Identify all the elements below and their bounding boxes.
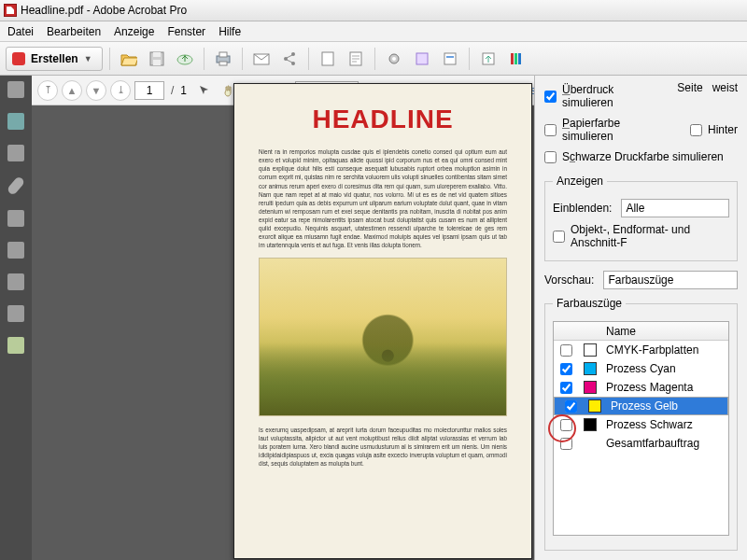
cloud-button[interactable] bbox=[173, 47, 197, 71]
separation-row[interactable]: Prozess Magenta bbox=[554, 378, 728, 397]
object-boxes-checkbox[interactable]: Objekt-, Endformat- und Anschnitt-F bbox=[553, 223, 729, 249]
share-button[interactable] bbox=[277, 47, 302, 71]
page-icon[interactable] bbox=[7, 273, 24, 290]
pdf-page: HEADLINE Nient ra in remporios molupta c… bbox=[233, 83, 532, 559]
thumbnails-icon[interactable] bbox=[7, 81, 24, 98]
forms-button[interactable] bbox=[438, 47, 462, 71]
bookmarks-icon[interactable] bbox=[7, 113, 24, 130]
separation-label: CMYK-Farbplatten bbox=[602, 343, 728, 357]
order-icon[interactable] bbox=[7, 305, 24, 322]
mail-button[interactable] bbox=[249, 47, 274, 71]
svg-rect-17 bbox=[446, 56, 454, 58]
separation-checkbox[interactable] bbox=[560, 382, 572, 394]
next-page-button[interactable]: ▼ bbox=[86, 80, 106, 101]
open-button[interactable] bbox=[117, 47, 141, 71]
separation-row[interactable]: Prozess Schwarz bbox=[554, 415, 728, 434]
color-bars-button[interactable] bbox=[504, 47, 529, 71]
svg-rect-15 bbox=[416, 53, 428, 64]
svg-rect-20 bbox=[514, 53, 517, 64]
save-button[interactable] bbox=[145, 47, 169, 71]
output-preview-panel: ÜÜberdruck simulierenberdruck simulieren… bbox=[534, 76, 747, 560]
document-area[interactable]: ⤒ ▲ ▼ ⤓ / 1 － ＋ 36,9% ▾ vollständ HEADLI… bbox=[32, 76, 534, 560]
left-rail bbox=[0, 76, 32, 560]
tool-button[interactable] bbox=[410, 47, 434, 71]
main-toolbar: Erstellen ▼ bbox=[0, 42, 747, 76]
color-swatch bbox=[588, 399, 601, 413]
svg-rect-11 bbox=[322, 52, 333, 65]
separation-row[interactable]: Prozess Gelb bbox=[554, 397, 728, 415]
menu-bar: Datei Bearbeiten Anzeige Fenster Hilfe bbox=[0, 21, 747, 42]
layers-icon[interactable] bbox=[7, 210, 24, 227]
separation-label: Gesamtfarbauftrag bbox=[602, 437, 728, 450]
separation-label: Prozess Schwarz bbox=[602, 418, 728, 431]
svg-rect-19 bbox=[511, 53, 514, 64]
separation-row[interactable]: CMYK-Farbplatten bbox=[554, 341, 728, 359]
paper-sim-checkbox[interactable]: Papierfarbe simulieren bbox=[544, 117, 671, 143]
select-tool[interactable] bbox=[194, 80, 215, 101]
page-number-input[interactable] bbox=[134, 81, 164, 100]
black-ink-sim-checkbox[interactable]: Schwarze Druckfarbe simulieren bbox=[544, 150, 738, 163]
menu-help[interactable]: Hilfe bbox=[218, 25, 241, 38]
signatures-icon[interactable] bbox=[7, 242, 24, 259]
gear-button[interactable] bbox=[382, 47, 406, 71]
svg-rect-2 bbox=[153, 60, 161, 65]
chevron-down-icon: ▼ bbox=[84, 54, 92, 63]
create-icon bbox=[12, 52, 25, 65]
page-info-label: Seite weist bbox=[677, 81, 738, 111]
page-icon-2[interactable] bbox=[344, 47, 368, 71]
vorschau-select[interactable]: Farbauszüge bbox=[603, 271, 738, 289]
color-swatch bbox=[584, 343, 597, 357]
svg-rect-6 bbox=[219, 62, 227, 65]
vorschau-label: Vorschau: bbox=[544, 273, 594, 287]
last-page-button[interactable]: ⤓ bbox=[110, 80, 131, 101]
einblenden-label: Einblenden: bbox=[553, 202, 612, 215]
create-button[interactable]: Erstellen ▼ bbox=[6, 47, 103, 71]
doc-para-2: Is exerumq uaspedipsam, at areprit iurta… bbox=[259, 426, 507, 469]
doc-image bbox=[259, 258, 507, 416]
prev-page-button[interactable]: ▲ bbox=[62, 80, 82, 101]
separations-list: Name CMYK-FarbplattenProzess CyanProzess… bbox=[553, 321, 729, 536]
separation-row[interactable]: Prozess Cyan bbox=[554, 359, 728, 378]
print-button[interactable] bbox=[211, 47, 235, 71]
separation-label: Prozess Gelb bbox=[607, 399, 724, 413]
separation-label: Prozess Magenta bbox=[602, 381, 728, 394]
export-button[interactable] bbox=[476, 47, 500, 71]
menu-edit[interactable]: Bearbeiten bbox=[47, 25, 101, 38]
main-area: ⤒ ▲ ▼ ⤓ / 1 － ＋ 36,9% ▾ vollständ HEADLI… bbox=[0, 76, 747, 560]
title-bar: Headline.pdf - Adobe Acrobat Pro bbox=[0, 0, 747, 21]
background-checkbox[interactable]: Hinter bbox=[690, 117, 738, 143]
color-swatch bbox=[584, 381, 597, 394]
overprint-sim-checkbox[interactable]: ÜÜberdruck simulierenberdruck simulieren bbox=[544, 83, 658, 109]
svg-rect-21 bbox=[518, 53, 521, 64]
doc-para-1: Nient ra in remporios molupta cusdae qui… bbox=[259, 147, 507, 250]
einblenden-select[interactable]: Alle bbox=[621, 199, 729, 217]
app-icon bbox=[4, 4, 17, 17]
anzeigen-group: Anzeigen Einblenden: Alle Objekt-, Endfo… bbox=[544, 175, 738, 261]
separation-checkbox[interactable] bbox=[565, 400, 577, 413]
menu-view[interactable]: Anzeige bbox=[114, 25, 154, 38]
tags-icon[interactable] bbox=[7, 337, 24, 354]
col-name: Name bbox=[602, 325, 728, 338]
svg-rect-1 bbox=[153, 52, 161, 57]
svg-rect-5 bbox=[219, 52, 227, 57]
doc-headline: HEADLINE bbox=[259, 105, 507, 134]
color-swatch bbox=[584, 362, 597, 375]
separations-group: Farbauszüge Name CMYK-FarbplattenProzess… bbox=[544, 297, 738, 551]
page-total: 1 bbox=[180, 84, 187, 97]
flow-icon[interactable] bbox=[7, 145, 24, 161]
svg-point-14 bbox=[392, 57, 396, 61]
color-swatch bbox=[584, 418, 597, 431]
separation-row[interactable]: Gesamtfarbauftrag bbox=[554, 434, 728, 453]
separation-checkbox[interactable] bbox=[560, 344, 572, 357]
page-icon-1[interactable] bbox=[316, 47, 340, 71]
window-title: Headline.pdf - Adobe Acrobat Pro bbox=[21, 4, 187, 17]
first-page-button[interactable]: ⤒ bbox=[37, 80, 58, 101]
svg-rect-16 bbox=[444, 53, 456, 64]
separation-checkbox[interactable] bbox=[560, 419, 572, 431]
menu-window[interactable]: Fenster bbox=[167, 25, 205, 38]
separation-label: Prozess Cyan bbox=[602, 362, 728, 375]
separation-checkbox[interactable] bbox=[560, 363, 572, 375]
menu-file[interactable]: Datei bbox=[7, 25, 34, 38]
attachments-icon[interactable] bbox=[7, 175, 26, 196]
